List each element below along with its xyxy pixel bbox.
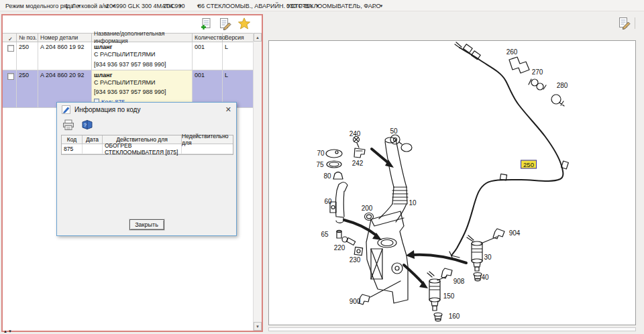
menu-item-label: 1. Легковой а/м <box>65 3 108 9</box>
scroll-down-button[interactable]: ▼ <box>254 322 262 331</box>
dialog-row-code: 875 <box>62 144 83 154</box>
printer-icon <box>62 119 75 131</box>
row-part-info: С РАСПЫЛИТЕЛЯМИ <box>94 51 192 58</box>
dialog-title: Информация по коду <box>74 106 140 113</box>
menu-item[interactable]: 204.990▼ <box>163 0 201 11</box>
edit-notes-button[interactable] <box>218 17 231 30</box>
header-quantity[interactable]: Количество <box>193 34 223 42</box>
menu-item-label: 204.990 <box>163 3 185 9</box>
header-pos[interactable]: № поз. <box>17 34 38 42</box>
application-window: Режим модельного ряда▼1. Легковой а/м▼20… <box>0 0 644 334</box>
add-note-icon <box>199 17 211 30</box>
help-button[interactable]: ? <box>80 118 94 131</box>
diagram-callout: 220 <box>334 244 345 252</box>
diagram-callout: 230 <box>350 256 361 264</box>
parts-toolbar <box>199 17 251 30</box>
menu-bar: Режим модельного ряда▼1. Легковой а/м▼20… <box>0 0 644 11</box>
help-book-icon: ? <box>80 119 94 131</box>
diagram-callout: 40 <box>481 274 488 281</box>
dialog-close-action-button[interactable]: Закрыть <box>129 219 164 230</box>
row-position: 250 <box>17 70 38 107</box>
toolbar-separator <box>635 17 635 29</box>
diagram-callout: 75 <box>316 161 323 168</box>
dialog-pen-icon <box>62 105 70 114</box>
diagram-callout: 904 <box>509 229 521 237</box>
row-check-cell <box>3 42 17 70</box>
menu-item[interactable]: 030 СТЕКЛООМЫВАТЕЛЬ, ФАРО <box>286 0 381 11</box>
row-part-name: шланг <box>94 72 192 79</box>
row-part-name: шланг <box>94 44 192 51</box>
diagram-edit-notes-button[interactable] <box>617 16 631 30</box>
header-check[interactable]: ✓ <box>3 34 17 42</box>
dialog-header-code: Код <box>62 135 83 144</box>
row-checkbox[interactable] <box>7 73 14 80</box>
dialog-titlebar[interactable]: Информация по коду ✕ <box>57 103 236 117</box>
edit-notes-icon <box>618 17 631 30</box>
favorite-button[interactable] <box>237 17 251 30</box>
diagram-callout: 280 <box>557 82 568 89</box>
splitter-sort-icon[interactable]: ▲▼ <box>3 329 13 333</box>
row-part-codes: [934 936 937 957 988 990] <box>94 61 192 68</box>
dialog-row-valid-for: ОБОГРЕВ СТЕКЛООМЫВАТЕЛЯ [875] <box>103 144 182 154</box>
dialog-table-body: 875ОБОГРЕВ СТЕКЛООМЫВАТЕЛЯ [875] <box>62 144 233 154</box>
diagram-callout: 80 <box>323 172 331 180</box>
row-position: 250 <box>17 42 38 70</box>
parts-table-row[interactable]: 250A 204 860 19 92шлангС РАСПЫЛИТЕЛЯМИ[9… <box>3 42 253 70</box>
diagram-callout: 200 <box>362 205 373 212</box>
dialog-header-date: Дата <box>83 135 103 144</box>
scroll-up-button[interactable]: ▲ <box>254 33 262 42</box>
dialog-header-invalid-for: Недействительно для <box>182 135 233 144</box>
row-check-cell <box>3 70 17 107</box>
diagram-callout: 908 <box>453 278 465 285</box>
row-part-info: С РАСПЫЛИТЕЛЯМИ <box>94 79 192 87</box>
svg-text:?: ? <box>84 121 87 127</box>
row-name-cell: шлангС РАСПЫЛИТЕЛЯМИ[934 936 937 957 988… <box>92 42 193 70</box>
row-part-number: A 204 860 19 92 <box>38 42 92 70</box>
code-info-dialog: Информация по коду ✕ ? <box>56 102 237 236</box>
menu-item-label: ... <box>371 3 376 9</box>
edit-notes-icon <box>219 17 231 30</box>
parts-table-scrollbar[interactable]: ▲ ▼ <box>253 33 262 331</box>
add-note-button[interactable] <box>199 17 212 30</box>
menu-item-label: 030 СТЕКЛООМЫВАТЕЛЬ, ФАРО <box>286 3 381 9</box>
diagram-callout: 150 <box>443 292 455 300</box>
menu-item[interactable]: ...▼ <box>371 0 383 11</box>
diagram-callout: 160 <box>449 313 460 320</box>
diagram-toolbar <box>617 16 635 30</box>
dialog-row-invalid-for <box>182 144 233 154</box>
diagram-callout: 240 <box>350 130 361 137</box>
diagram-callout: 270 <box>532 68 543 76</box>
diagram-panel: 1030405060657075801501602002202302402422… <box>266 13 644 334</box>
row-version: L <box>223 42 253 70</box>
parts-table-header: ✓ № поз. Номер детали Название/дополните… <box>3 33 253 42</box>
row-quantity: 001 <box>193 42 223 70</box>
dialog-table-row[interactable]: 875ОБОГРЕВ СТЕКЛООМЫВАТЕЛЯ [875] <box>62 144 233 154</box>
diagram-callout: 60 <box>324 198 331 205</box>
star-icon <box>238 17 250 30</box>
menu-item-label: Режим модельного ряда <box>5 3 74 9</box>
diagram-horizontal-scrollbar[interactable] <box>268 327 636 331</box>
parts-table-body: 250A 204 860 19 92шлангС РАСПЫЛИТЕЛЯМИ[9… <box>3 42 253 108</box>
print-button[interactable] <box>62 118 75 131</box>
row-part-codes: [934 936 937 957 988 990] <box>94 89 192 96</box>
diagram-callout: 242 <box>352 160 364 167</box>
parts-diagram <box>269 41 635 325</box>
row-checkbox[interactable] <box>7 45 14 52</box>
diagram-callout: 30 <box>484 254 491 261</box>
diagram-callout-highlighted[interactable]: 250 <box>521 160 537 169</box>
header-name[interactable]: Название/дополнительная информация <box>92 34 193 42</box>
diagram-callout: 10 <box>409 199 416 207</box>
diagram-callout: 260 <box>506 48 518 56</box>
header-version[interactable]: Версия <box>223 34 253 42</box>
header-part-number[interactable]: Номер детали <box>38 34 92 42</box>
diagram-canvas[interactable]: 1030405060657075801501602002202302402422… <box>268 40 636 325</box>
diagram-callout: 50 <box>390 127 397 135</box>
dialog-close-button[interactable]: ✕ <box>225 106 231 113</box>
diagram-callout: 65 <box>321 231 328 238</box>
dialog-row-date <box>83 144 103 154</box>
parts-table: ✓ № поз. Номер детали Название/дополните… <box>3 33 253 108</box>
diagram-callout: 70 <box>317 150 324 157</box>
dialog-table: Код Дата Действительно для Недействитель… <box>61 135 233 155</box>
diagram-callout: 900 <box>350 298 361 305</box>
dropdown-caret-icon: ▼ <box>380 4 384 8</box>
